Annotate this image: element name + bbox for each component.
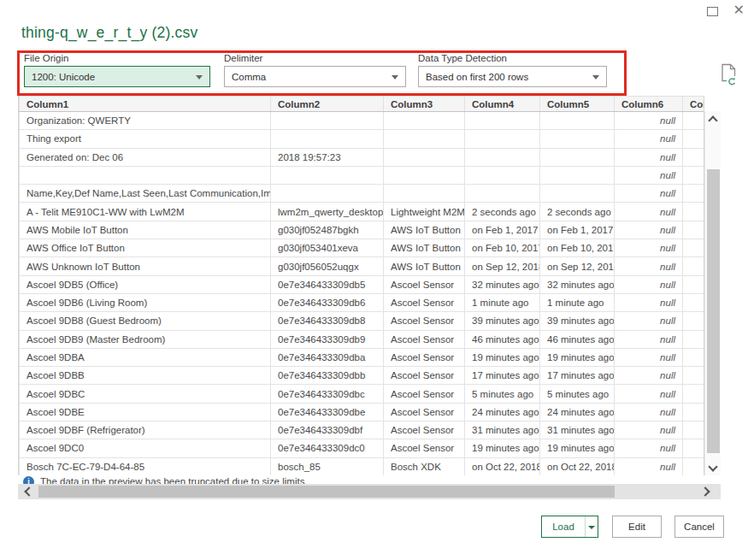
table-cell: null <box>615 112 683 130</box>
table-cell: null <box>615 312 683 330</box>
load-split-button[interactable]: Load <box>541 516 598 538</box>
data-type-detection-label: Data Type Detection <box>418 53 507 63</box>
maximize-icon[interactable] <box>707 7 718 16</box>
table-row: Ascoel 9DBC0e7e346433309dbcAscoel Sensor… <box>20 385 705 403</box>
file-origin-value: 1200: Unicode <box>32 72 95 82</box>
table-cell: 0e7e346433309dbf <box>271 421 384 439</box>
table-cell: AWS Mobile IoT Button <box>20 221 271 239</box>
table-row: null <box>20 166 705 184</box>
table-cell: g030jf052487bgkh <box>271 221 384 239</box>
table-row: AWS Mobile IoT Buttong030jf052487bgkhAWS… <box>20 221 705 239</box>
table-cell: Ascoel Sensor <box>384 312 465 330</box>
table-row: Bosch 7C-EC-79-D4-64-85bosch_85Bosch XDK… <box>20 457 705 475</box>
table-cell <box>683 148 705 166</box>
scroll-down-icon[interactable] <box>710 464 716 471</box>
table-cell: 24 minutes ago <box>540 403 615 421</box>
table-cell: AWS IoT Button <box>384 257 465 275</box>
table-cell: 0e7e346433309dbe <box>271 403 384 421</box>
table-cell: Thing export <box>20 130 271 148</box>
table-cell <box>683 239 705 257</box>
table-row: Name,Key,Def Name,Last Seen,Last Communi… <box>20 185 705 203</box>
table-cell <box>683 185 705 203</box>
table-cell <box>540 148 615 166</box>
table-cell: 17 minutes ago <box>540 367 615 385</box>
close-icon[interactable]: ✕ <box>733 3 745 18</box>
table-cell <box>271 130 384 148</box>
table-row: AWS Unknown IoT Buttong030jf056052uqgxAW… <box>20 257 705 275</box>
edit-button[interactable]: Edit <box>612 516 662 538</box>
table-cell: null <box>615 330 683 348</box>
table-row: Ascoel 9DB9 (Master Bedroom)0e7e34643330… <box>20 330 705 348</box>
table-cell: Bosch XDK <box>384 457 465 475</box>
table-cell <box>384 166 465 184</box>
load-button[interactable]: Load <box>542 516 585 537</box>
file-origin-label: File Origin <box>24 53 68 63</box>
table-row: Ascoel 9DBA0e7e346433309dbaAscoel Sensor… <box>20 348 705 366</box>
table-cell: Ascoel 9DBC <box>20 385 271 403</box>
cancel-button[interactable]: Cancel <box>674 516 724 538</box>
table-row: AWS Office IoT Buttong030jf053401xevaAWS… <box>20 239 705 257</box>
table-cell: Ascoel Sensor <box>384 385 465 403</box>
horizontal-scrollbar[interactable] <box>18 484 721 499</box>
column-header: Column2 <box>271 97 384 112</box>
table-cell: 0e7e346433309dbb <box>271 367 384 385</box>
horizontal-scrollbar-thumb[interactable] <box>38 486 615 498</box>
table-row: A - Telit ME910C1-WW with LwM2Mlwm2m_qwe… <box>20 203 705 221</box>
table-cell: 31 minutes ago <box>465 421 540 439</box>
table-cell: Ascoel Sensor <box>384 330 465 348</box>
truncation-message-text: The data in the preview has been truncat… <box>40 476 308 484</box>
table-cell: Ascoel Sensor <box>384 293 465 311</box>
table-cell: Ascoel 9DB9 (Master Bedroom) <box>20 330 271 348</box>
table-cell: Ascoel Sensor <box>384 367 465 385</box>
table-row: Ascoel 9DB8 (Guest Bedroom)0e7e346433309… <box>20 312 705 330</box>
table-cell: 31 minutes ago <box>540 421 615 439</box>
table-cell: g030jf053401xeva <box>271 239 384 257</box>
scroll-up-icon[interactable] <box>710 115 716 122</box>
table-cell: AWS Office IoT Button <box>20 239 271 257</box>
info-icon: i <box>23 476 34 484</box>
table-cell: 46 minutes ago <box>540 330 615 348</box>
table-cell <box>384 148 465 166</box>
table-cell: null <box>615 275 683 293</box>
table-cell: on Feb 1, 2017 <box>540 221 615 239</box>
table-cell <box>683 203 705 221</box>
table-cell: on Feb 10, 2017 <box>465 239 540 257</box>
table-cell: on Oct 22, 2018 <box>465 457 540 475</box>
table-cell: Ascoel 9DB5 (Office) <box>20 275 271 293</box>
chevron-down-icon <box>392 75 398 80</box>
load-dropdown-icon[interactable] <box>585 516 598 537</box>
table-cell <box>465 166 540 184</box>
table-cell: 1 minute ago <box>465 293 540 311</box>
table-cell <box>540 112 615 130</box>
table-cell <box>540 130 615 148</box>
table-cell <box>683 221 705 239</box>
delimiter-dropdown[interactable]: Comma <box>224 66 406 87</box>
table-cell <box>465 112 540 130</box>
table-cell <box>271 185 384 203</box>
table-cell <box>465 185 540 203</box>
table-cell: 19 minutes ago <box>540 348 615 366</box>
table-cell: on Oct 22, 2018 <box>540 457 615 475</box>
table-cell: null <box>615 221 683 239</box>
table-header-row: Column1Column2Column3Column4Column5Colum… <box>20 97 705 112</box>
table-cell: A - Telit ME910C1-WW with LwM2M <box>20 203 271 221</box>
table-cell: Ascoel Sensor <box>384 421 465 439</box>
refresh-preview-icon[interactable] <box>720 63 739 91</box>
table-cell <box>683 439 705 457</box>
data-type-detection-dropdown[interactable]: Based on first 200 rows <box>418 66 607 87</box>
table-cell: null <box>615 257 683 275</box>
scroll-left-icon[interactable] <box>24 488 31 495</box>
preview-table-container: Column1Column2Column3Column4Column5Colum… <box>18 96 704 475</box>
truncation-message: i The data in the preview has been trunc… <box>23 475 690 484</box>
table-row: Ascoel 9DC00e7e346433309dc0Ascoel Sensor… <box>20 439 705 457</box>
delimiter-value: Comma <box>232 72 266 82</box>
vertical-scrollbar-thumb[interactable] <box>707 169 720 453</box>
table-cell: 0e7e346433309dc0 <box>271 439 384 457</box>
scroll-right-icon[interactable] <box>704 488 710 495</box>
table-cell <box>540 185 615 203</box>
vertical-scrollbar[interactable] <box>704 111 721 475</box>
file-origin-dropdown[interactable]: 1200: Unicode <box>24 66 210 87</box>
table-cell: Ascoel 9DB8 (Guest Bedroom) <box>20 312 271 330</box>
table-cell <box>465 130 540 148</box>
table-cell: 0e7e346433309db8 <box>271 312 384 330</box>
